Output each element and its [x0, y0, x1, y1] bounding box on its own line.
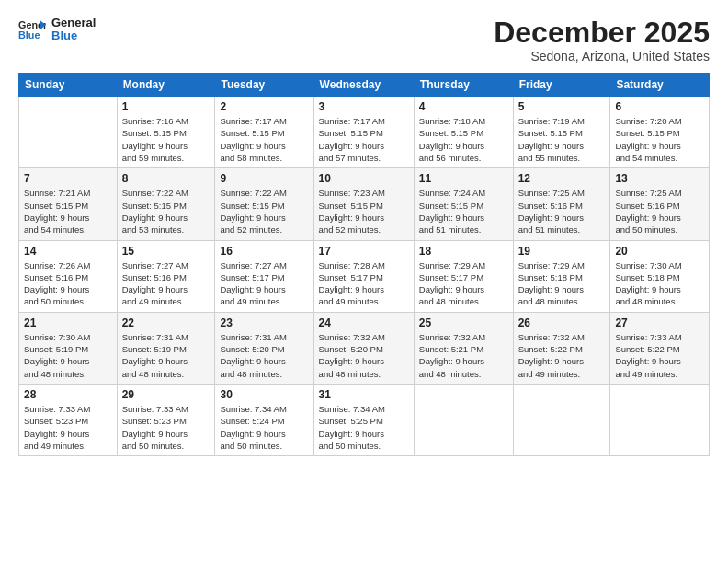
calendar-cell: [610, 384, 710, 455]
calendar-cell: [19, 97, 118, 168]
day-number: 23: [220, 316, 308, 329]
calendar-header-thursday: Thursday: [414, 74, 513, 97]
day-info: Sunrise: 7:32 AMSunset: 5:20 PMDaylight:…: [319, 331, 409, 380]
calendar-cell: 29Sunrise: 7:33 AMSunset: 5:23 PMDayligh…: [117, 384, 215, 455]
calendar-cell: 20Sunrise: 7:30 AMSunset: 5:18 PMDayligh…: [610, 240, 710, 312]
day-info: Sunrise: 7:18 AMSunset: 5:15 PMDaylight:…: [419, 115, 508, 164]
calendar-cell: 25Sunrise: 7:32 AMSunset: 5:21 PMDayligh…: [414, 312, 513, 384]
day-info: Sunrise: 7:22 AMSunset: 5:15 PMDaylight:…: [220, 187, 308, 236]
calendar-cell: 10Sunrise: 7:23 AMSunset: 5:15 PMDayligh…: [313, 168, 414, 240]
calendar-cell: 6Sunrise: 7:20 AMSunset: 5:15 PMDaylight…: [610, 97, 710, 168]
day-number: 3: [319, 100, 409, 113]
day-info: Sunrise: 7:30 AMSunset: 5:18 PMDaylight:…: [615, 259, 704, 308]
calendar-cell: 26Sunrise: 7:32 AMSunset: 5:22 PMDayligh…: [513, 312, 610, 384]
day-info: Sunrise: 7:22 AMSunset: 5:15 PMDaylight:…: [122, 187, 210, 236]
day-info: Sunrise: 7:29 AMSunset: 5:18 PMDaylight:…: [518, 259, 606, 308]
day-number: 16: [220, 245, 308, 258]
day-number: 22: [122, 316, 210, 329]
calendar-week-2: 14Sunrise: 7:26 AMSunset: 5:16 PMDayligh…: [19, 240, 710, 312]
logo: General Blue General Blue: [18, 17, 96, 43]
calendar-cell: 30Sunrise: 7:34 AMSunset: 5:24 PMDayligh…: [215, 384, 313, 455]
svg-text:Blue: Blue: [18, 29, 40, 40]
day-info: Sunrise: 7:17 AMSunset: 5:15 PMDaylight:…: [319, 115, 409, 164]
calendar-cell: 18Sunrise: 7:29 AMSunset: 5:17 PMDayligh…: [414, 240, 513, 312]
calendar-cell: 12Sunrise: 7:25 AMSunset: 5:16 PMDayligh…: [513, 168, 610, 240]
day-number: 20: [615, 245, 704, 258]
day-info: Sunrise: 7:24 AMSunset: 5:15 PMDaylight:…: [419, 187, 508, 236]
calendar-week-1: 7Sunrise: 7:21 AMSunset: 5:15 PMDaylight…: [19, 168, 710, 240]
day-number: 24: [319, 316, 409, 329]
header: General Blue General Blue December 2025 …: [18, 17, 710, 63]
day-info: Sunrise: 7:17 AMSunset: 5:15 PMDaylight:…: [220, 115, 308, 164]
calendar-cell: 21Sunrise: 7:30 AMSunset: 5:19 PMDayligh…: [19, 312, 118, 384]
calendar-header-monday: Monday: [117, 74, 215, 97]
day-info: Sunrise: 7:34 AMSunset: 5:24 PMDaylight:…: [220, 403, 308, 452]
day-number: 14: [24, 245, 112, 258]
day-number: 10: [319, 172, 409, 185]
page: General Blue General Blue December 2025 …: [0, 0, 728, 563]
calendar-cell: [414, 384, 513, 455]
day-info: Sunrise: 7:33 AMSunset: 5:23 PMDaylight:…: [122, 403, 210, 452]
day-info: Sunrise: 7:31 AMSunset: 5:20 PMDaylight:…: [220, 331, 308, 380]
day-number: 31: [319, 388, 409, 401]
day-number: 7: [24, 172, 112, 185]
day-number: 11: [419, 172, 508, 185]
day-number: 28: [24, 388, 112, 401]
day-number: 6: [615, 100, 704, 113]
calendar-cell: 14Sunrise: 7:26 AMSunset: 5:16 PMDayligh…: [19, 240, 118, 312]
day-number: 9: [220, 172, 308, 185]
day-info: Sunrise: 7:25 AMSunset: 5:16 PMDaylight:…: [518, 187, 606, 236]
day-info: Sunrise: 7:30 AMSunset: 5:19 PMDaylight:…: [24, 331, 112, 380]
subtitle: Sedona, Arizona, United States: [494, 49, 710, 63]
calendar-header-friday: Friday: [513, 74, 610, 97]
title-block: December 2025 Sedona, Arizona, United St…: [494, 17, 710, 63]
calendar-week-4: 28Sunrise: 7:33 AMSunset: 5:23 PMDayligh…: [19, 384, 710, 455]
day-info: Sunrise: 7:34 AMSunset: 5:25 PMDaylight:…: [319, 403, 409, 452]
day-number: 25: [419, 316, 508, 329]
calendar-cell: 24Sunrise: 7:32 AMSunset: 5:20 PMDayligh…: [313, 312, 414, 384]
calendar-header-tuesday: Tuesday: [215, 74, 313, 97]
logo-line1: General: [51, 17, 96, 29]
calendar-week-0: 1Sunrise: 7:16 AMSunset: 5:15 PMDaylight…: [19, 97, 710, 168]
day-info: Sunrise: 7:26 AMSunset: 5:16 PMDaylight:…: [24, 259, 112, 308]
calendar-cell: 4Sunrise: 7:18 AMSunset: 5:15 PMDaylight…: [414, 97, 513, 168]
calendar-cell: 15Sunrise: 7:27 AMSunset: 5:16 PMDayligh…: [117, 240, 215, 312]
day-info: Sunrise: 7:31 AMSunset: 5:19 PMDaylight:…: [122, 331, 210, 380]
day-info: Sunrise: 7:33 AMSunset: 5:23 PMDaylight:…: [24, 403, 112, 452]
day-info: Sunrise: 7:32 AMSunset: 5:21 PMDaylight:…: [419, 331, 508, 380]
calendar-cell: 31Sunrise: 7:34 AMSunset: 5:25 PMDayligh…: [313, 384, 414, 455]
month-title: December 2025: [494, 17, 710, 49]
calendar-cell: 27Sunrise: 7:33 AMSunset: 5:22 PMDayligh…: [610, 312, 710, 384]
calendar-header-saturday: Saturday: [610, 74, 710, 97]
day-number: 27: [615, 316, 704, 329]
logo-icon: General Blue: [18, 18, 46, 40]
calendar-cell: 28Sunrise: 7:33 AMSunset: 5:23 PMDayligh…: [19, 384, 118, 455]
day-info: Sunrise: 7:20 AMSunset: 5:15 PMDaylight:…: [615, 115, 704, 164]
day-info: Sunrise: 7:27 AMSunset: 5:16 PMDaylight:…: [122, 259, 210, 308]
day-number: 4: [419, 100, 508, 113]
day-number: 1: [122, 100, 210, 113]
calendar-cell: [513, 384, 610, 455]
calendar-cell: 22Sunrise: 7:31 AMSunset: 5:19 PMDayligh…: [117, 312, 215, 384]
calendar-header-wednesday: Wednesday: [313, 74, 414, 97]
day-number: 30: [220, 388, 308, 401]
calendar-table: SundayMondayTuesdayWednesdayThursdayFrid…: [18, 73, 710, 456]
calendar-cell: 17Sunrise: 7:28 AMSunset: 5:17 PMDayligh…: [313, 240, 414, 312]
calendar-header-sunday: Sunday: [19, 74, 118, 97]
day-info: Sunrise: 7:19 AMSunset: 5:15 PMDaylight:…: [518, 115, 606, 164]
calendar-week-3: 21Sunrise: 7:30 AMSunset: 5:19 PMDayligh…: [19, 312, 710, 384]
day-info: Sunrise: 7:21 AMSunset: 5:15 PMDaylight:…: [24, 187, 112, 236]
day-number: 18: [419, 245, 508, 258]
calendar-cell: 9Sunrise: 7:22 AMSunset: 5:15 PMDaylight…: [215, 168, 313, 240]
day-info: Sunrise: 7:28 AMSunset: 5:17 PMDaylight:…: [319, 259, 409, 308]
calendar-cell: 13Sunrise: 7:25 AMSunset: 5:16 PMDayligh…: [610, 168, 710, 240]
calendar-cell: 16Sunrise: 7:27 AMSunset: 5:17 PMDayligh…: [215, 240, 313, 312]
calendar-cell: 3Sunrise: 7:17 AMSunset: 5:15 PMDaylight…: [313, 97, 414, 168]
day-info: Sunrise: 7:29 AMSunset: 5:17 PMDaylight:…: [419, 259, 508, 308]
logo-line2: Blue: [51, 29, 96, 42]
day-number: 12: [518, 172, 606, 185]
day-info: Sunrise: 7:23 AMSunset: 5:15 PMDaylight:…: [319, 187, 409, 236]
calendar-cell: 7Sunrise: 7:21 AMSunset: 5:15 PMDaylight…: [19, 168, 118, 240]
day-number: 15: [122, 245, 210, 258]
day-number: 8: [122, 172, 210, 185]
